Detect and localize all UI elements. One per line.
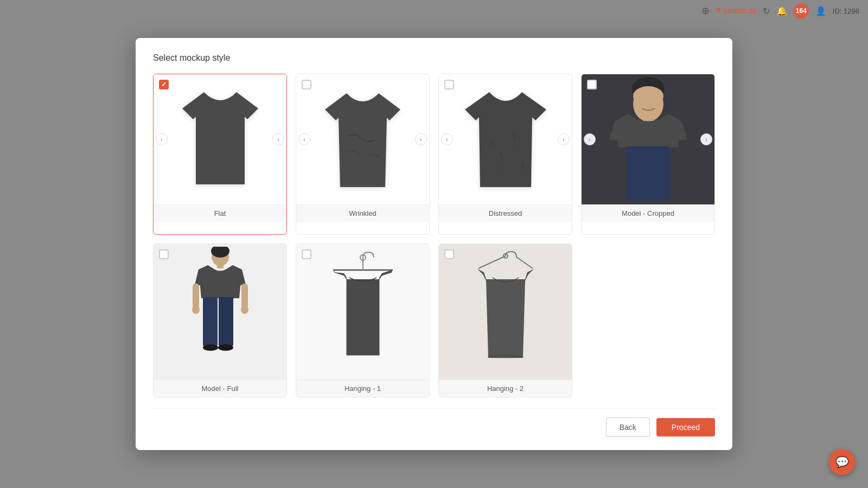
svg-point-12 [633, 86, 663, 106]
nav-right-wrinkled[interactable]: › [415, 133, 427, 145]
mockup-checkbox-hanging-2[interactable] [444, 249, 454, 259]
svg-rect-20 [193, 284, 199, 308]
mockup-style-modal: Select mockup style ‹ › Flat [136, 38, 732, 450]
svg-point-18 [203, 344, 218, 351]
mockup-card-flat[interactable]: ‹ › Flat [153, 74, 287, 235]
svg-rect-15 [217, 263, 224, 268]
chat-icon: 💬 [835, 455, 849, 468]
mockup-card-wrinkled[interactable]: ‹ › Wrinkled [296, 74, 430, 235]
mockup-card-hanging-1[interactable]: Hanging - 1 [296, 243, 430, 397]
svg-point-4 [502, 167, 504, 169]
svg-rect-21 [241, 284, 248, 308]
svg-rect-8 [627, 146, 670, 201]
svg-point-23 [241, 305, 248, 314]
modal-footer: Back Proceed [153, 408, 715, 437]
tshirt-hanging1-svg [322, 249, 404, 374]
mockup-card-model-cropped[interactable]: ‹ [581, 74, 715, 235]
proceed-button[interactable]: Proceed [656, 418, 715, 436]
mockup-image-model-cropped: ‹ [582, 74, 714, 204]
back-button[interactable]: Back [606, 418, 650, 437]
tshirt-hanging2-svg [462, 249, 549, 374]
tshirt-model-full-svg [185, 247, 256, 377]
mockup-checkbox-flat[interactable] [159, 80, 169, 89]
nav-left-wrinkled[interactable]: ‹ [298, 133, 310, 145]
mockup-card-model-full[interactable]: Model - Full [153, 243, 287, 397]
svg-point-5 [518, 145, 520, 147]
mockup-card-distressed[interactable]: ‹ › Distressed [438, 74, 572, 235]
tshirt-distressed-svg [459, 87, 552, 192]
mockup-label-distressed: Distressed [439, 204, 572, 222]
nav-right-flat[interactable]: › [272, 133, 284, 145]
mockup-checkbox-hanging-1[interactable] [302, 249, 311, 259]
mockup-grid-row1: ‹ › Flat ‹ [153, 74, 715, 235]
mockup-label-hanging-1: Hanging - 1 [296, 380, 429, 397]
mockup-label-wrinkled: Wrinkled [296, 204, 429, 222]
mockup-image-wrinkled: ‹ › [296, 74, 429, 204]
mockup-checkbox-wrinkled[interactable] [302, 80, 311, 89]
mockup-checkbox-model-cropped[interactable] [587, 80, 597, 89]
mockup-image-hanging-2 [439, 244, 572, 380]
mockup-grid-row2: Model - Full [153, 243, 715, 397]
nav-right-model-cropped[interactable]: › [700, 133, 712, 145]
svg-rect-16 [203, 297, 218, 346]
tshirt-flat-svg [177, 87, 264, 192]
mockup-label-hanging-2: Hanging - 2 [439, 380, 572, 397]
mockup-label-model-full: Model - Full [154, 380, 286, 397]
mockup-image-model-full [154, 244, 286, 380]
mockup-image-distressed: ‹ › [439, 74, 572, 204]
mockup-image-hanging-1 [296, 244, 429, 380]
nav-right-distressed[interactable]: › [558, 133, 570, 145]
svg-rect-17 [219, 297, 233, 346]
modal-title: Select mockup style [153, 53, 715, 63]
mockup-checkbox-distressed[interactable] [444, 80, 454, 89]
mockup-checkbox-model-full[interactable] [159, 249, 169, 259]
mockup-card-hanging-2[interactable]: Hanging - 2 [438, 243, 572, 397]
mockup-image-flat: ‹ › [154, 74, 286, 204]
chat-bubble[interactable]: 💬 [829, 449, 855, 475]
svg-point-28 [487, 355, 525, 359]
svg-rect-7 [643, 112, 654, 121]
mockup-label-flat: Flat [154, 204, 286, 222]
modal-overlay: Select mockup style ‹ › Flat [0, 0, 868, 488]
tshirt-model-cropped-svg [594, 77, 703, 202]
svg-point-19 [218, 344, 233, 351]
mockup-label-model-cropped: Model - Cropped [582, 204, 714, 222]
nav-left-distressed[interactable]: ‹ [441, 133, 453, 145]
svg-point-22 [192, 305, 200, 314]
tshirt-wrinkled-svg [321, 87, 405, 192]
nav-left-flat[interactable]: ‹ [156, 133, 168, 145]
nav-left-model-cropped[interactable]: ‹ [584, 133, 596, 145]
